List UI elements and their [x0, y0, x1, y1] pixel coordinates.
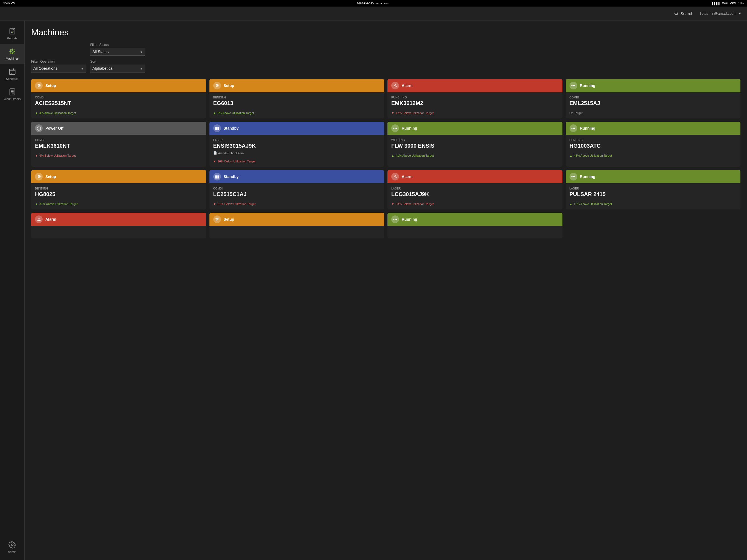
- main-layout: Reports Machines Schedule: [0, 21, 747, 560]
- machine-util: ▲ 9% Above Utilization Target: [213, 111, 381, 114]
- machine-card-header: ⚠ Alarm: [387, 79, 562, 92]
- machine-name: ACIES2515NT: [35, 100, 202, 106]
- machine-card[interactable]: ••• Running LASER PULSAR 2415 ▲ 12% Abov…: [566, 170, 741, 209]
- machine-card[interactable]: ••• Running WELDING FLW 3000 ENSIS ▲ 41%…: [387, 122, 562, 167]
- url-bar: influent.amada.com: [358, 2, 389, 5]
- machine-card[interactable]: ◯ Power Off COMBI EMLK3610NT ▼ 9% Below …: [31, 122, 206, 167]
- operation-filter-label: Filter: Operation: [31, 59, 86, 63]
- status-icon: •••: [391, 124, 399, 132]
- status-label: Running: [402, 217, 417, 222]
- sort-label: Sort: [90, 59, 145, 63]
- machine-card-header: ••• Running: [387, 122, 562, 135]
- machine-card-header: ▮▮ Standby: [209, 170, 384, 183]
- wifi-icon: WiFi: [722, 2, 728, 5]
- sidebar-item-schedule[interactable]: Schedule: [0, 64, 24, 84]
- machine-util: ▲ 41% Above Utilization Target: [391, 154, 559, 157]
- machine-name: EG6013: [213, 100, 381, 106]
- machine-type: WELDING: [391, 138, 559, 142]
- status-label: Running: [580, 126, 595, 130]
- machine-util: ▲ 37% Above Utilization Target: [35, 202, 202, 206]
- machine-card[interactable]: ⚠ Alarm: [31, 213, 206, 238]
- status-icon: ⚒: [35, 173, 43, 180]
- machine-card-body: LASER LCG3015AJ9K ▼ 33% Below Utilizatio…: [387, 183, 562, 209]
- machine-card[interactable]: ⚠ Alarm LASER LCG3015AJ9K ▼ 33% Below Ut…: [387, 170, 562, 209]
- search-button[interactable]: Search: [674, 11, 693, 16]
- status-label: Running: [580, 175, 595, 179]
- machine-card[interactable]: ⚒ Setup COMBI ACIES2515NT ▲ 4% Above Uti…: [31, 79, 206, 119]
- signal-icon: ▌▌▌▌: [712, 2, 720, 5]
- machine-card-body: LASER ENSIS3015AJ9K 📄 AmadaSchoolBlank ▼…: [209, 135, 384, 167]
- machine-name: LC2515C1AJ: [213, 191, 381, 198]
- status-filter-select[interactable]: All Status: [90, 48, 145, 56]
- machine-card-header: ◯ Power Off: [31, 122, 206, 135]
- svg-point-7: [11, 51, 13, 52]
- status-icon: ▮▮: [213, 173, 221, 180]
- machine-type: BENDING: [213, 96, 381, 99]
- machines-icon: [8, 48, 16, 55]
- machine-name: HG1003ATC: [570, 143, 737, 149]
- machine-card-body: [31, 226, 206, 238]
- status-label: Setup: [224, 217, 234, 222]
- status-icon: •••: [570, 82, 577, 90]
- status-select-wrapper: All Status: [90, 48, 145, 56]
- machine-program: 📄 AmadaSchoolBlank: [213, 151, 381, 155]
- operation-filter-select[interactable]: All Operations: [31, 65, 86, 73]
- machine-card[interactable]: ▮▮ Standby COMBI LC2515C1AJ ▼ 31% Below …: [209, 170, 384, 209]
- machine-card-header: ▮▮ Standby: [209, 122, 384, 135]
- machine-util: On Target: [570, 111, 737, 114]
- status-bar: 3:46 PM Mon Dec 2 influent.amada.com ▌▌▌…: [0, 0, 747, 6]
- machine-card[interactable]: ⚒ Setup BENDING HG8025 ▲ 37% Above Utili…: [31, 170, 206, 209]
- sidebar-admin-label: Admin: [8, 550, 17, 554]
- machine-type: BENDING: [570, 138, 737, 142]
- status-icon: ◯: [35, 124, 43, 132]
- machine-type: COMBI: [570, 96, 737, 99]
- sidebar-item-work-orders[interactable]: Work Orders: [0, 84, 24, 104]
- status-icon: ⚠: [391, 173, 399, 180]
- machine-card[interactable]: ⚒ Setup: [209, 213, 384, 238]
- user-menu[interactable]: iiotadmin@amada.com ▼: [700, 11, 742, 16]
- machine-card-body: BENDING HG8025 ▲ 37% Above Utilization T…: [31, 183, 206, 209]
- svg-point-0: [675, 12, 677, 15]
- machine-card-body: COMBI EMLK3610NT ▼ 9% Below Utilization …: [31, 135, 206, 161]
- status-icon: •••: [570, 173, 577, 180]
- machine-card[interactable]: ⚠ Alarm PUNCHING EMK3612M2 ▼ 47% Below U…: [387, 79, 562, 119]
- machine-util: ▲ 4% Above Utilization Target: [35, 111, 202, 114]
- machine-card-header: ⚒ Setup: [209, 213, 384, 226]
- work-orders-icon: [8, 88, 16, 96]
- status-label: Alarm: [402, 175, 413, 179]
- status-icon: ⚠: [391, 82, 399, 90]
- status-label: Running: [580, 83, 595, 88]
- machine-name: FLW 3000 ENSIS: [391, 143, 559, 149]
- svg-point-19: [11, 544, 13, 546]
- sort-select[interactable]: Alphabetical: [90, 65, 145, 73]
- status-label: Standby: [224, 126, 239, 130]
- machine-type: COMBI: [213, 187, 381, 190]
- status-label: Setup: [224, 83, 234, 88]
- schedule-icon: [8, 68, 16, 75]
- machine-card[interactable]: ••• Running: [387, 213, 562, 238]
- machine-card-body: [387, 226, 562, 238]
- machine-card[interactable]: ▮▮ Standby LASER ENSIS3015AJ9K 📄 AmadaSc…: [209, 122, 384, 167]
- status-icon: •••: [570, 124, 577, 132]
- sidebar-item-admin[interactable]: Admin: [0, 537, 24, 557]
- status-filter-group: Filter: Status All Status Sort Alphabeti…: [90, 43, 145, 73]
- machine-name: PULSAR 2415: [570, 191, 737, 198]
- machine-card-header: ••• Running: [566, 170, 741, 183]
- chevron-down-icon: ▼: [738, 11, 742, 16]
- machine-util: ▼ 31% Below Utilization Target: [213, 202, 381, 206]
- status-label: Running: [402, 126, 417, 130]
- machine-card-header: ⚒ Setup: [31, 79, 206, 92]
- machine-card[interactable]: ••• Running COMBI EML2515AJ On Target: [566, 79, 741, 119]
- sidebar-item-machines[interactable]: Machines: [0, 44, 24, 64]
- sidebar-machines-label: Machines: [6, 57, 19, 60]
- status-label: Setup: [45, 83, 56, 88]
- machine-grid: ⚒ Setup COMBI ACIES2515NT ▲ 4% Above Uti…: [31, 79, 741, 238]
- machine-card-body: PUNCHING EMK3612M2 ▼ 47% Below Utilizati…: [387, 92, 562, 119]
- search-label: Search: [680, 11, 693, 16]
- user-email: iiotadmin@amada.com: [700, 11, 736, 16]
- machine-card[interactable]: ⚒ Setup BENDING EG6013 ▲ 9% Above Utiliz…: [209, 79, 384, 119]
- machine-card[interactable]: ••• Running BENDING HG1003ATC ▲ 48% Abov…: [566, 122, 741, 167]
- sidebar-reports-label: Reports: [7, 36, 18, 40]
- operation-filter-group: Filter: Operation All Operations: [31, 59, 86, 73]
- sidebar-item-reports[interactable]: Reports: [0, 24, 24, 44]
